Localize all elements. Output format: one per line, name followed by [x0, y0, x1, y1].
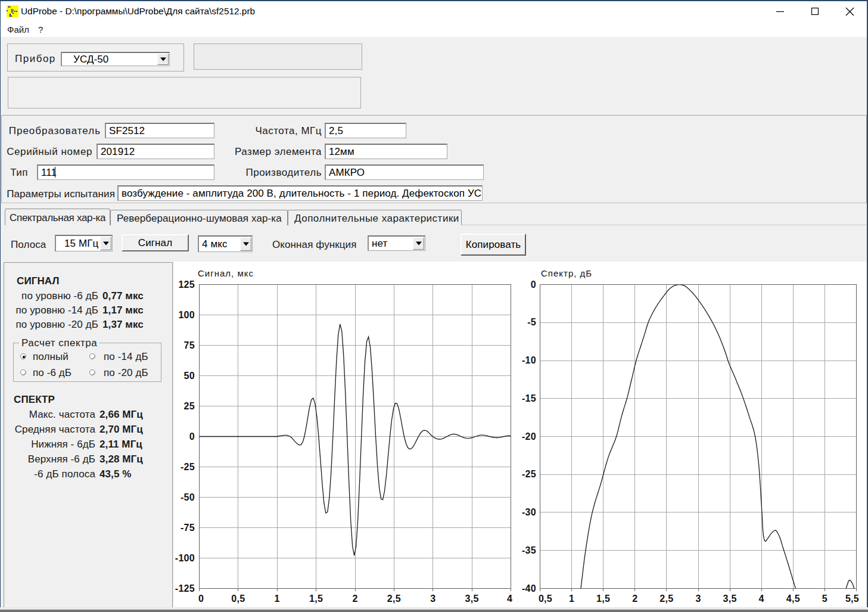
svg-text:Спектр, дБ: Спектр, дБ: [541, 268, 592, 278]
svg-text:3,5: 3,5: [465, 594, 479, 604]
svg-text:1: 1: [569, 594, 574, 604]
svg-text:-20: -20: [522, 431, 536, 442]
svg-text:-100: -100: [175, 553, 195, 563]
svg-text:2: 2: [352, 594, 357, 604]
svg-text:-125: -125: [175, 583, 195, 594]
svg-text:3: 3: [430, 594, 435, 604]
svg-text:-25: -25: [522, 469, 536, 479]
svg-text:3,5: 3,5: [723, 594, 737, 604]
svg-text:0: 0: [531, 279, 536, 290]
svg-text:25: 25: [184, 401, 195, 411]
svg-text:0: 0: [198, 594, 204, 604]
svg-text:0: 0: [189, 431, 195, 442]
svg-text:-35: -35: [522, 545, 536, 555]
svg-text:-75: -75: [181, 523, 195, 533]
svg-text:75: 75: [184, 340, 195, 350]
svg-text:-30: -30: [522, 507, 536, 517]
svg-text:4: 4: [759, 594, 764, 604]
svg-text:Сигнал, мкс: Сигнал, мкс: [198, 268, 254, 278]
svg-text:1,5: 1,5: [596, 594, 610, 604]
svg-text:2,5: 2,5: [659, 594, 673, 604]
svg-text:5,5: 5,5: [845, 594, 859, 604]
svg-text:-25: -25: [181, 462, 195, 472]
svg-text:-10: -10: [522, 355, 536, 365]
svg-text:-50: -50: [181, 492, 195, 502]
svg-text:0,5: 0,5: [231, 594, 245, 604]
svg-text:50: 50: [184, 371, 195, 381]
svg-text:-15: -15: [522, 393, 536, 403]
svg-text:2,5: 2,5: [387, 594, 401, 604]
svg-text:100: 100: [178, 310, 195, 320]
svg-text:2: 2: [632, 594, 637, 604]
svg-text:1: 1: [275, 594, 280, 604]
svg-text:3: 3: [695, 594, 701, 604]
svg-text:125: 125: [178, 279, 195, 290]
svg-text:5: 5: [822, 594, 827, 604]
svg-text:0,5: 0,5: [539, 594, 552, 604]
svg-text:1,5: 1,5: [309, 594, 323, 604]
svg-text:4: 4: [507, 594, 512, 604]
svg-text:-40: -40: [522, 583, 536, 594]
svg-text:-5: -5: [527, 317, 536, 327]
svg-text:4,5: 4,5: [786, 594, 800, 604]
